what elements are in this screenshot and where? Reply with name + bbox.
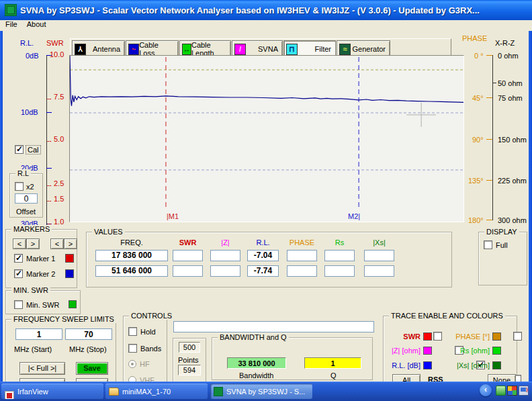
phase-tick-mark [486,139,492,140]
x2-checkbox[interactable]: x2 [15,182,34,191]
trace-rl-swatch [423,361,432,369]
taskbar-item-irfanview[interactable]: IrfanView [1,384,103,399]
rl-offset-group: R.L x2 Offset [9,173,43,218]
ohm-tick-0: 0 ohm [498,52,519,60]
marker1-phase-value [287,250,317,261]
menu-bar: File About [0,20,532,31]
menu-file[interactable]: File [5,20,17,31]
phase-tick-90: 90° [472,136,484,144]
offset-input[interactable] [15,193,38,204]
marker2-next-button[interactable]: > [64,238,77,249]
window-title: SVNA by SP3SWJ - Scalar Vector Network A… [20,5,480,15]
trace-xs-label: |Xs| [ohm] [453,361,490,369]
markers-group: MARKERS < > < > Marker 1 Marker 2 [5,229,77,288]
ohm-tick-mark [492,83,496,83]
phase-tick-135: 135° [468,177,484,185]
marker2-phase-value [287,265,317,277]
trace-xs-swatch [492,361,501,369]
svg-text:M2|: M2| [348,212,360,220]
bands-checkbox[interactable]: Bands [128,344,161,353]
min-swr-checkbox[interactable]: Min. SWR [14,300,60,309]
swr-tick-7-5: 7.5 [54,93,64,101]
tray-graphics-icon[interactable] [507,386,517,396]
marker1-checkbox[interactable]: Marker 1 [14,254,55,263]
rl-tick-0db: 0dB [26,52,39,60]
bandwidth-label: Bandwidth [239,371,273,380]
ohm-tick-225: 225 ohm [498,177,527,185]
swr-axis-title: SWR [46,39,64,47]
values-header-swr: SWR [173,238,203,247]
hold-checkbox[interactable]: Hold [128,327,156,336]
xrz-axis-title: X-R-Z [495,39,515,47]
swr-tick-1-5: 1.5 [54,195,64,203]
taskbar-item-minimax[interactable]: miniMAX_1-70 [105,384,208,399]
swr-tick-mark: -- [47,137,52,144]
marker1-prev-button[interactable]: < [13,238,26,249]
phase-tick-mark [486,97,492,98]
offset-label: Offset [16,208,36,216]
phase-tick-mark [486,220,492,220]
svg-text:|M1: |M1 [167,212,179,220]
save-button[interactable]: Save [76,362,108,375]
marker2-color-swatch [65,269,74,278]
bandwidth-value: 33 810 000 [227,357,286,369]
marker2-prev-button[interactable]: < [50,238,64,249]
svna-icon: / [234,44,246,55]
marker2-z-value [210,265,240,277]
tray-antivirus-icon[interactable] [496,386,506,396]
ohm-tick-150: 150 ohm [498,136,527,144]
values-header-rs: Rs [324,238,355,247]
trace-rl-label: R.L. [dB] [384,361,420,369]
trace-z-label: |Z| [ohm] [384,347,420,355]
points-setting-value: 500 [179,342,200,353]
marker1-z-value [210,250,240,261]
marker2-swr-value [173,265,203,277]
q-label: Q [330,371,337,380]
phase-tick-mark [486,180,492,181]
swr-tick-1: 1.0 [54,218,64,226]
ohm-tick-300: 300 ohm [498,216,527,224]
marker1-freq-value: 17 836 000 [95,250,168,261]
q-value: 1 [304,357,361,369]
start-freq-input[interactable] [15,328,62,340]
taskbar-item-svna[interactable]: SVNA by SP3SWJ - S... [210,384,312,399]
stop-freq-input[interactable] [65,328,112,340]
tray-collapse-chevron[interactable]: ‹ [480,384,492,396]
marker1-next-button[interactable]: > [26,238,40,249]
marker2-xs-value [364,265,394,277]
marker2-checkbox[interactable]: Marker 2 [14,269,55,278]
trace-phase-checkbox[interactable] [513,332,522,341]
chart-plot-area[interactable]: |M1M2| [69,55,464,222]
message-input[interactable] [173,321,374,332]
phase-tick-0: 0 ° [474,52,484,60]
tray-network-monitor-icon[interactable]: ) [519,386,529,396]
trace-swr-checkbox[interactable] [433,332,442,341]
values-header-freq: FREQ. [95,238,168,247]
swr-tick-mark: -- [47,95,52,102]
trace-rs-swatch [492,347,501,355]
full-sweep-button[interactable]: |< Full >| [19,362,65,375]
title-bar: SVNA by SP3SWJ - Scalar Vector Network A… [0,0,532,20]
min-swr-group: MIN. SWR Min. SWR [5,290,81,314]
marker1-swr-value [173,250,203,261]
irfanview-icon [5,391,14,400]
values-header-phase: PHASE [287,238,317,247]
folder-icon [109,388,119,396]
taskbar: IrfanView miniMAX_1-70 SVNA by SP3SWJ - … [0,382,532,401]
rl-trace-svg: |M1M2| [70,56,463,222]
cable-length-icon: ↔ [182,44,191,55]
trace-swr-swatch [423,332,432,341]
min-swr-color-swatch [69,300,77,308]
values-header-z: |Z| [210,238,240,247]
marker2-rs-value [324,265,355,277]
right-axis-line [492,55,493,220]
hf-radio[interactable]: HF [128,360,150,368]
cal-checkbox[interactable]: Cal [15,145,40,154]
trace-phase-label: PHASE [°] [453,332,490,341]
swr-tick-10: 10.0 [50,50,64,58]
full-display-checkbox[interactable]: Full [484,240,508,249]
points-actual-value: 594 [178,365,201,375]
menu-about[interactable]: About [27,20,46,31]
start-freq-label: MHz (Start) [14,345,52,353]
trace-z-swatch [423,347,432,355]
